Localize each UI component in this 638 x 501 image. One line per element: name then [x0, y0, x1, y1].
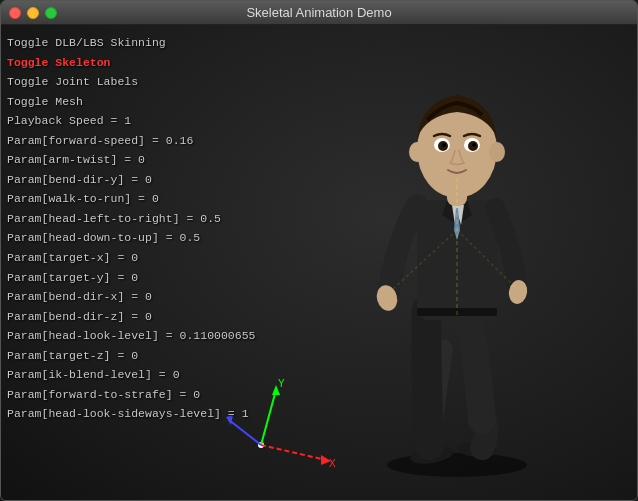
- character-model: [317, 30, 597, 480]
- svg-line-21: [261, 390, 276, 445]
- svg-text:X: X: [329, 457, 336, 470]
- toggle-joint-labels[interactable]: Toggle Joint Labels: [7, 72, 255, 92]
- param-item[interactable]: Param[target-z] = 0: [7, 346, 255, 366]
- svg-point-13: [442, 143, 446, 147]
- traffic-lights: [9, 7, 57, 19]
- svg-point-0: [387, 453, 527, 477]
- param-item[interactable]: Param[walk-to-run] = 0: [7, 189, 255, 209]
- svg-line-24: [261, 445, 326, 460]
- titlebar: Skeletal Animation Demo: [1, 1, 637, 25]
- param-item[interactable]: Param[head-left-to-right] = 0.5: [7, 209, 255, 229]
- param-item[interactable]: Param[bend-dir-x] = 0: [7, 287, 255, 307]
- params-list: Param[forward-speed] = 0.16Param[arm-twi…: [7, 131, 255, 424]
- svg-point-16: [489, 142, 505, 162]
- toggle-mesh[interactable]: Toggle Mesh: [7, 92, 255, 112]
- playback-speed[interactable]: Playback Speed = 1: [7, 111, 255, 131]
- svg-point-14: [472, 143, 476, 147]
- close-button[interactable]: [9, 7, 21, 19]
- param-item[interactable]: Param[forward-speed] = 0.16: [7, 131, 255, 151]
- viewport: Y X Toggle DLB/LBS Skinning Toggle Skele…: [1, 25, 637, 500]
- toggle-dlb[interactable]: Toggle DLB/LBS Skinning: [7, 33, 255, 53]
- main-window: Skeletal Animation Demo: [0, 0, 638, 501]
- param-item[interactable]: Param[target-x] = 0: [7, 248, 255, 268]
- toggle-skeleton[interactable]: Toggle Skeleton: [7, 53, 255, 73]
- minimize-button[interactable]: [27, 7, 39, 19]
- svg-text:Y: Y: [278, 377, 285, 390]
- param-item[interactable]: Param[head-look-level] = 0.110000655: [7, 326, 255, 346]
- param-item[interactable]: Param[bend-dir-z] = 0: [7, 307, 255, 327]
- control-panel: Toggle DLB/LBS Skinning Toggle Skeleton …: [1, 25, 261, 432]
- svg-point-15: [409, 142, 425, 162]
- param-item[interactable]: Param[head-down-to-up] = 0.5: [7, 228, 255, 248]
- param-item[interactable]: Param[arm-twist] = 0: [7, 150, 255, 170]
- window-title: Skeletal Animation Demo: [246, 5, 391, 20]
- maximize-button[interactable]: [45, 7, 57, 19]
- param-item[interactable]: Param[forward-to-strafe] = 0: [7, 385, 255, 405]
- param-item[interactable]: Param[target-y] = 0: [7, 268, 255, 288]
- param-item[interactable]: Param[head-look-sideways-level] = 1: [7, 404, 255, 424]
- param-item[interactable]: Param[ik-blend-level] = 0: [7, 365, 255, 385]
- param-item[interactable]: Param[bend-dir-y] = 0: [7, 170, 255, 190]
